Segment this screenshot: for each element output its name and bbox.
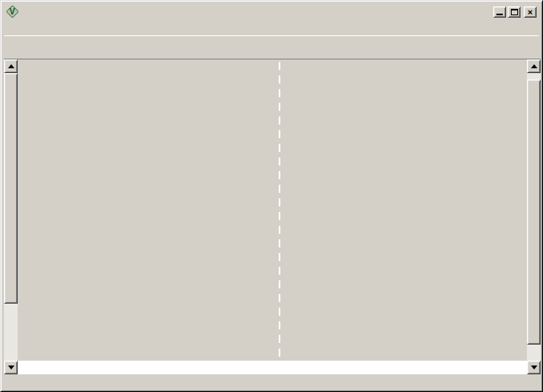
menu-bar bbox=[4, 19, 539, 35]
scroll-down-button[interactable] bbox=[4, 361, 18, 374]
vim-logo-icon: V bbox=[6, 6, 18, 18]
separator-dashes bbox=[279, 59, 280, 361]
vertical-split-separator[interactable] bbox=[275, 59, 284, 361]
left-scrollbar[interactable] bbox=[4, 59, 18, 374]
maximize-button[interactable] bbox=[508, 6, 521, 18]
scroll-up-button[interactable] bbox=[4, 59, 18, 73]
toolbar bbox=[4, 35, 539, 59]
maximize-icon bbox=[511, 9, 518, 15]
svg-text:V: V bbox=[10, 7, 15, 16]
arrow-up-icon bbox=[531, 64, 537, 68]
scroll-up-button[interactable] bbox=[527, 59, 541, 73]
right-status-segment bbox=[276, 361, 527, 374]
close-button[interactable]: × bbox=[524, 6, 537, 18]
scrollbar-thumb[interactable] bbox=[4, 73, 18, 304]
command-line[interactable] bbox=[4, 374, 541, 388]
left-status-segment bbox=[18, 361, 276, 374]
minimize-icon bbox=[496, 14, 503, 15]
right-pane[interactable] bbox=[284, 59, 527, 361]
arrow-down-icon bbox=[531, 365, 537, 370]
arrow-down-icon bbox=[8, 365, 14, 370]
scroll-down-button[interactable] bbox=[527, 361, 541, 374]
arrow-up-icon bbox=[8, 64, 14, 68]
right-scrollbar[interactable] bbox=[527, 59, 541, 374]
editor-area bbox=[4, 59, 541, 387]
left-pane[interactable] bbox=[18, 59, 275, 361]
status-line bbox=[18, 361, 527, 374]
minimize-button[interactable] bbox=[493, 6, 506, 18]
close-icon: × bbox=[528, 8, 533, 16]
title-bar[interactable]: V × bbox=[4, 4, 539, 19]
scrollbar-thumb[interactable] bbox=[527, 80, 541, 345]
gvim-window: V × bbox=[0, 0, 543, 392]
